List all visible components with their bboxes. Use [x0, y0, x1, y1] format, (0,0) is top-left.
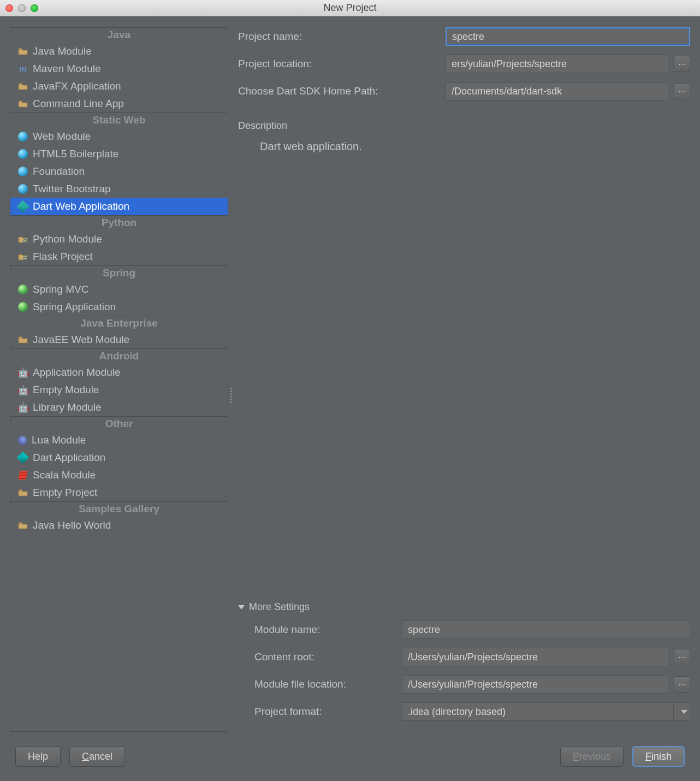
android-icon: 🤖 — [18, 403, 28, 412]
browse-module-file-button[interactable]: ⋯ — [674, 676, 690, 693]
svg-rect-0 — [19, 49, 22, 50]
globe-icon — [18, 149, 28, 159]
python-folder-icon — [18, 234, 28, 244]
separator — [314, 607, 690, 607]
spring-leaf-icon — [18, 302, 28, 312]
description-heading: Description — [238, 120, 690, 132]
sidebar-item-label: Python Module — [33, 233, 102, 245]
window-title: New Project — [0, 2, 700, 14]
sidebar-group-header: Static Web — [10, 113, 228, 128]
sidebar-item-label: Spring MVC — [33, 283, 88, 295]
dart-icon — [18, 202, 28, 211]
more-settings-label: More Settings — [249, 601, 310, 613]
more-settings-expander[interactable]: More Settings — [238, 601, 690, 613]
sidebar-item[interactable]: Dart Application — [10, 449, 228, 466]
sdk-path-label: Choose Dart SDK Home Path: — [238, 85, 440, 97]
svg-rect-8 — [19, 490, 22, 492]
sidebar-item-label: Java Hello World — [33, 519, 111, 531]
browse-sdk-button[interactable]: ⋯ — [674, 83, 690, 99]
sidebar-item[interactable]: Scala Module — [10, 466, 228, 484]
sidebar-group-header: Android — [10, 348, 228, 364]
project-type-sidebar[interactable]: JavaJava ModulemMaven ModuleJavaFX Appli… — [10, 27, 228, 732]
sidebar-item-label: Application Module — [33, 366, 121, 378]
sidebar-item[interactable]: Foundation — [10, 163, 228, 180]
folder-icon — [18, 46, 28, 56]
project-name-input[interactable] — [446, 27, 690, 46]
spring-leaf-icon — [18, 285, 28, 294]
chevron-down-icon — [238, 605, 245, 610]
sidebar-group-header: Python — [10, 215, 228, 230]
finish-button[interactable]: Finish — [632, 746, 685, 767]
module-name-label: Module name: — [254, 624, 396, 636]
sidebar-item[interactable]: Flask Project — [10, 248, 228, 265]
description-text: Dart web application. — [238, 137, 690, 153]
svg-rect-7 — [19, 337, 22, 339]
separator — [294, 126, 690, 126]
chevron-down-icon — [681, 710, 687, 714]
sidebar-item[interactable]: Empty Project — [10, 484, 228, 501]
sidebar-group-header: Java — [10, 28, 228, 43]
sidebar-item-label: Java Module — [33, 45, 92, 57]
sidebar-item[interactable]: JavaFX Application — [10, 78, 228, 95]
sidebar-item[interactable]: Web Module — [10, 128, 228, 145]
browse-location-button[interactable]: ⋯ — [674, 56, 690, 72]
sidebar-item-label: JavaEE Web Module — [33, 334, 129, 346]
cancel-button[interactable]: Cancel — [69, 746, 125, 767]
sidebar-item-label: Empty Module — [33, 384, 99, 396]
sidebar-item[interactable]: Java Hello World — [10, 517, 228, 534]
sidebar-item[interactable]: Spring MVC — [10, 281, 228, 298]
sidebar-group-header: Other — [10, 416, 228, 431]
folder-icon — [18, 99, 28, 109]
project-location-label: Project location: — [238, 58, 440, 70]
sidebar-item[interactable]: 🤖Application Module — [10, 364, 228, 381]
sidebar-item-label: Maven Module — [33, 63, 101, 75]
globe-icon — [18, 132, 28, 141]
module-file-location-label: Module file location: — [254, 678, 396, 690]
sidebar-item[interactable]: mMaven Module — [10, 60, 228, 78]
module-name-input[interactable]: spectre — [402, 620, 690, 639]
sidebar-item[interactable]: 🤖Empty Module — [10, 381, 228, 399]
sidebar-item-label: Empty Project — [33, 487, 97, 499]
sidebar-item[interactable]: Command Line App — [10, 95, 228, 113]
project-format-label: Project format: — [254, 706, 396, 718]
svg-rect-1 — [19, 84, 22, 85]
folder-icon — [18, 520, 28, 530]
sidebar-item[interactable]: Dart Web Application — [10, 198, 228, 215]
android-icon: 🤖 — [18, 368, 28, 377]
sidebar-item-label: Lua Module — [32, 434, 86, 446]
sidebar-item-label: JavaFX Application — [33, 80, 121, 92]
sidebar-group-header: Spring — [10, 265, 228, 281]
pane-resize-handle[interactable] — [230, 388, 232, 403]
svg-rect-9 — [19, 523, 22, 524]
sidebar-item[interactable]: Spring Application — [10, 298, 228, 316]
browse-content-root-button[interactable]: ⋯ — [674, 649, 690, 665]
sidebar-item[interactable]: Twitter Bootstrap — [10, 180, 228, 198]
sidebar-item[interactable]: Python Module — [10, 230, 228, 248]
sidebar-item[interactable]: Lua Module — [10, 431, 228, 449]
main-panel: Project name: Project location: ⋯ Choose… — [238, 27, 690, 732]
title-bar: New Project — [0, 0, 700, 16]
globe-icon — [18, 167, 28, 176]
maven-icon: m — [18, 64, 28, 74]
folder-icon — [18, 81, 28, 91]
sidebar-item[interactable]: HTML5 Boilerplate — [10, 145, 228, 163]
python-folder-icon — [18, 252, 28, 262]
android-icon: 🤖 — [18, 385, 28, 395]
sidebar-item[interactable]: Java Module — [10, 43, 228, 60]
sidebar-item[interactable]: JavaEE Web Module — [10, 331, 228, 348]
content-root-input[interactable]: /Users/yulian/Projects/spectre — [402, 648, 668, 666]
folder-icon — [18, 488, 28, 498]
module-file-location-input[interactable]: /Users/yulian/Projects/spectre — [402, 675, 668, 694]
sidebar-item[interactable]: 🤖Library Module — [10, 399, 228, 416]
project-name-label: Project name: — [238, 31, 440, 43]
project-format-select[interactable]: .idea (directory based) — [402, 702, 690, 721]
sidebar-item-label: Library Module — [33, 401, 102, 413]
svg-point-4 — [24, 240, 26, 241]
help-button[interactable]: Help — [15, 746, 61, 767]
sidebar-item-label: Dart Web Application — [33, 200, 129, 212]
folder-icon — [18, 335, 28, 345]
project-location-input[interactable] — [446, 55, 668, 73]
project-format-value: .idea (directory based) — [408, 706, 506, 718]
sidebar-item-label: Web Module — [33, 131, 91, 143]
sdk-path-input[interactable] — [446, 82, 668, 100]
